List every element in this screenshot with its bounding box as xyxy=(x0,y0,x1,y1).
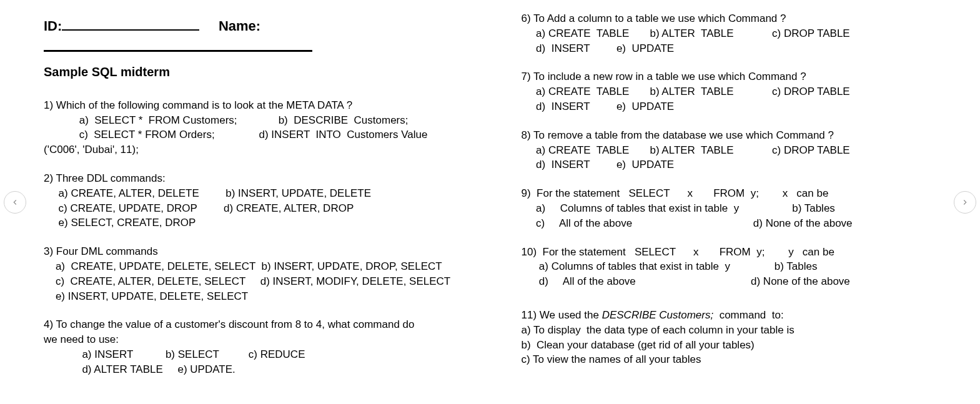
q9-line: c) All of the above d) None of the above xyxy=(522,216,956,231)
q9-line: 9) For the statement SELECT x FROM y; x … xyxy=(522,186,956,201)
question-10: 10) For the statement SELECT x FROM y; y… xyxy=(522,245,956,289)
q11-line: b) Clean your database (get rid of all y… xyxy=(522,338,956,353)
q3-line: c) CREATE, ALTER, DELETE, SELECT d) INSE… xyxy=(44,274,465,289)
document-title: Sample SQL midterm xyxy=(44,63,465,81)
q8-line: a) CREATE TABLE b) ALTER TABLE c) DROP T… xyxy=(522,143,956,158)
id-label: ID: xyxy=(44,18,62,34)
page-right: 6) To Add a column to a table we use whi… xyxy=(490,0,981,404)
q8-line: d) INSERT e) UPDATE xyxy=(522,157,956,172)
q3-line: a) CREATE, UPDATE, DELETE, SELECT b) INS… xyxy=(44,259,465,274)
q9-line: a) Columns of tables that exist in table… xyxy=(522,201,956,216)
name-label: Name: xyxy=(219,18,260,34)
q11-line: a) To display the data type of each colu… xyxy=(522,323,956,338)
next-page-button[interactable] xyxy=(954,191,976,214)
q10-line: a) Columns of tables that exist in table… xyxy=(522,259,956,274)
header-line: ID: Name: xyxy=(44,15,465,36)
page-left: ID: Name: Sample SQL midterm 1) Which of… xyxy=(0,0,490,404)
q11-text: command to: xyxy=(713,309,783,321)
q8-line: 8) To remove a table from the database w… xyxy=(522,128,956,143)
question-11: 11) We used the DESCRIBE Customers; comm… xyxy=(522,308,956,367)
q11-line: 11) We used the DESCRIBE Customers; comm… xyxy=(522,308,956,323)
q6-line: 6) To Add a column to a table we use whi… xyxy=(522,11,956,26)
q3-line: e) INSERT, UPDATE, DELETE, SELECT xyxy=(44,289,465,304)
q2-line: e) SELECT, CREATE, DROP xyxy=(44,215,465,230)
q7-line: 7) To include a new row in a table we us… xyxy=(522,69,956,84)
id-blank-line xyxy=(62,15,199,31)
q2-line: a) CREATE, ALTER, DELETE b) INSERT, UPDA… xyxy=(44,186,465,201)
q11-text: 11) We used the xyxy=(522,309,602,321)
q6-line: a) CREATE TABLE b) ALTER TABLE c) DROP T… xyxy=(522,26,956,41)
chevron-right-icon xyxy=(961,198,969,207)
q6-line: d) INSERT e) UPDATE xyxy=(522,41,956,56)
pages-container: ID: Name: Sample SQL midterm 1) Which of… xyxy=(0,0,980,404)
document-viewport: ID: Name: Sample SQL midterm 1) Which of… xyxy=(0,0,980,404)
question-7: 7) To include a new row in a table we us… xyxy=(522,69,956,114)
question-9: 9) For the statement SELECT x FROM y; x … xyxy=(522,186,956,230)
question-4: 4) To change the value of a customer's d… xyxy=(44,317,465,377)
q2-line: c) CREATE, UPDATE, DROP d) CREATE, ALTER… xyxy=(44,201,465,216)
question-2: 2) Three DDL commands: a) CREATE, ALTER,… xyxy=(44,171,465,230)
q10-line: d) All of the above d) None of the above xyxy=(522,274,956,289)
q3-line: 3) Four DML commands xyxy=(44,244,465,259)
q4-line: d) ALTER TABLE e) UPDATE. xyxy=(44,362,465,377)
q1-line: c) SELECT * FROM Orders; d) INSERT INTO … xyxy=(44,127,465,142)
q11-command: DESCRIBE Customers; xyxy=(602,309,714,321)
prev-page-button[interactable] xyxy=(4,191,26,214)
chevron-left-icon xyxy=(11,198,19,207)
q1-line: ('C006', 'Dubai', 11); xyxy=(44,142,465,157)
q1-line: a) SELECT * FROM Customers; b) DESCRIBE … xyxy=(44,113,465,128)
q4-line: we need to use: xyxy=(44,332,465,347)
q10-line: 10) For the statement SELECT x FROM y; y… xyxy=(522,245,956,260)
q7-line: a) CREATE TABLE b) ALTER TABLE c) DROP T… xyxy=(522,84,956,99)
q7-line: d) INSERT e) UPDATE xyxy=(522,99,956,114)
question-1: 1) Which of the following command is to … xyxy=(44,98,465,157)
header-underline xyxy=(44,50,312,52)
q4-line: 4) To change the value of a customer's d… xyxy=(44,317,465,332)
q11-line: c) To view the names of all your tables xyxy=(522,352,956,367)
q2-line: 2) Three DDL commands: xyxy=(44,171,465,186)
q4-line: a) INSERT b) SELECT c) REDUCE xyxy=(44,347,465,362)
question-6: 6) To Add a column to a table we use whi… xyxy=(522,11,956,56)
q1-line: 1) Which of the following command is to … xyxy=(44,98,465,113)
question-8: 8) To remove a table from the database w… xyxy=(522,128,956,172)
question-3: 3) Four DML commands a) CREATE, UPDATE, … xyxy=(44,244,465,303)
